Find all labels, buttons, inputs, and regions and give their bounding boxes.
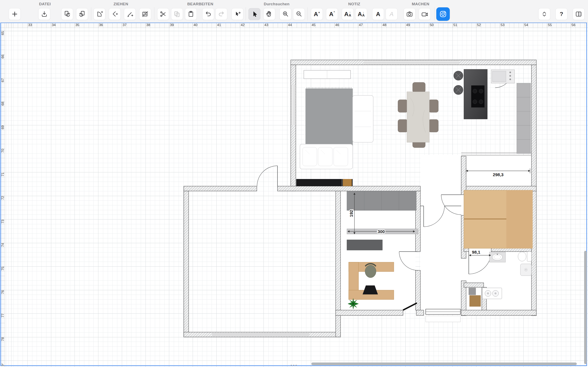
video-button[interactable] <box>419 8 431 20</box>
bar-stool[interactable] <box>454 85 463 95</box>
video-camera-icon <box>421 10 429 18</box>
toolbar-separator <box>307 7 308 20</box>
drag-handle[interactable] <box>291 365 297 366</box>
dining-chair <box>429 100 438 112</box>
cut-button[interactable] <box>157 8 169 20</box>
ruler-number: 67 <box>1 78 5 82</box>
export-tray-icon <box>40 10 48 18</box>
shelf[interactable] <box>347 240 382 250</box>
export-button[interactable] <box>38 8 50 20</box>
utility-box[interactable] <box>469 288 476 295</box>
utility-cabinet[interactable] <box>470 295 481 307</box>
split-view-icon <box>575 10 582 18</box>
bold-text-button[interactable]: A <box>372 8 384 20</box>
ruler-number: 42 <box>241 23 245 27</box>
redo-button[interactable] <box>215 8 227 20</box>
ruler-number: 51 <box>453 23 457 27</box>
cursor-plus-icon <box>233 10 241 18</box>
select-tool-button[interactable] <box>249 8 260 20</box>
clipboard-icon <box>187 10 195 18</box>
toolbar-separator <box>246 7 246 20</box>
oven[interactable] <box>491 70 515 83</box>
select-add-button[interactable] <box>232 8 243 20</box>
page-rotate-right-icon <box>78 10 86 18</box>
pan-tool-button[interactable] <box>263 8 275 20</box>
copy-button[interactable] <box>171 8 183 20</box>
ruler-corner <box>0 22 5 28</box>
zoom-out-button[interactable] <box>293 8 305 20</box>
plus-icon <box>11 10 18 18</box>
sink-counter[interactable] <box>489 252 506 262</box>
chevron-up-down-icon <box>540 10 548 18</box>
undo-button[interactable] <box>202 8 214 20</box>
ruler-number: 35 <box>75 23 79 27</box>
add-line-button[interactable] <box>124 8 136 20</box>
italic-text-button[interactable]: A <box>386 8 398 20</box>
tall-cabinet[interactable] <box>517 83 531 154</box>
window <box>364 60 459 64</box>
wall <box>415 270 420 310</box>
new-plan-button[interactable] <box>9 8 21 20</box>
ruler-number: 77 <box>1 314 5 317</box>
toilet[interactable] <box>518 252 531 261</box>
collapse-toolbar-button[interactable] <box>538 8 550 20</box>
zoom-in-button[interactable] <box>279 8 291 20</box>
bed[interactable] <box>464 190 532 248</box>
sofa-chaise[interactable] <box>353 95 373 142</box>
font-increase-icon: A <box>344 11 348 17</box>
dining-set[interactable] <box>398 82 438 148</box>
camera-icon <box>406 10 414 18</box>
wall <box>336 310 403 315</box>
dimension-label: 300 <box>378 229 385 234</box>
wall <box>461 310 536 315</box>
add-text-button[interactable]: A+ <box>311 8 323 20</box>
ruler-number: 39 <box>170 23 174 27</box>
add-corner-button[interactable] <box>109 8 121 20</box>
font-larger-button[interactable]: A ↑A <box>342 8 354 20</box>
sideboard[interactable] <box>304 70 351 79</box>
ruler-number: 48 <box>383 23 387 27</box>
toolbar-separator <box>434 7 434 20</box>
text-rotate-icon: A <box>329 11 333 17</box>
rug[interactable] <box>306 88 353 147</box>
wardrobe[interactable] <box>347 191 416 210</box>
paste-button[interactable] <box>185 8 197 20</box>
washer[interactable] <box>482 288 502 299</box>
font-decrease-icon: A <box>358 11 362 17</box>
vertical-scrollbar[interactable] <box>584 251 587 364</box>
ruler-number: 75 <box>1 267 5 271</box>
room-divide-icon <box>141 10 149 18</box>
group-label-bearbeiten: BEARBEITEN <box>187 2 213 6</box>
tv-board[interactable] <box>296 179 353 186</box>
kitchen-island[interactable] <box>464 69 487 119</box>
italic-icon: A <box>389 11 393 17</box>
sliding-door <box>426 309 460 314</box>
page-rotate-left-icon <box>63 10 71 18</box>
toolbar-separator <box>91 7 91 20</box>
import-rotate-right-button[interactable] <box>76 8 88 20</box>
bidet[interactable] <box>520 264 531 276</box>
toggle-panel-button[interactable] <box>573 8 585 20</box>
cooktop <box>471 85 484 108</box>
font-smaller-button[interactable]: A ↓A <box>355 8 367 20</box>
import-rotate-left-button[interactable] <box>61 8 73 20</box>
add-door-button[interactable] <box>94 8 105 20</box>
add-room-button[interactable] <box>139 8 151 20</box>
resize-corner-icon[interactable] <box>2 363 5 366</box>
question-icon: ? <box>560 11 563 17</box>
entry-mat <box>426 316 460 322</box>
help-button[interactable]: ? <box>555 8 567 20</box>
sofa[interactable] <box>300 144 353 169</box>
photo-button[interactable] <box>404 8 415 20</box>
rotate-text-button[interactable]: A° <box>326 8 338 20</box>
h-ruler[interactable]: 3334353637383940414243444546474849505152… <box>5 22 588 28</box>
share-instagram-button[interactable] <box>436 7 450 21</box>
horizontal-scrollbar[interactable] <box>311 363 577 365</box>
floorplan[interactable]: 298,3 300 192 98,1 <box>5 28 588 367</box>
ruler-number: 33 <box>28 23 32 27</box>
bar-stool[interactable] <box>454 71 463 80</box>
dimension-label: 192 <box>349 210 354 217</box>
v-ruler[interactable]: 6566676869707172737475767778 <box>0 28 5 367</box>
ruler-number: 43 <box>264 23 268 27</box>
ruler-number: 73 <box>1 220 5 224</box>
